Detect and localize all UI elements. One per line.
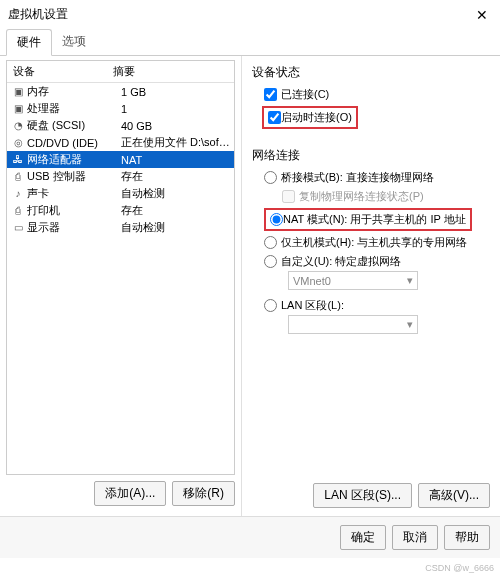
dialog-title: 虚拟机设置 (8, 6, 68, 23)
connect-on-power-label: 启动时连接(O) (281, 110, 352, 125)
ok-button[interactable]: 确定 (340, 525, 386, 550)
remove-button[interactable]: 移除(R) (172, 481, 235, 506)
connected-label: 已连接(C) (281, 87, 329, 102)
nat-radio[interactable] (270, 213, 283, 226)
bridged-radio[interactable] (264, 171, 277, 184)
watermark: CSDN @w_6666 (425, 563, 494, 573)
table-row[interactable]: ⎙USB 控制器存在 (7, 168, 234, 185)
cd-icon: ◎ (11, 137, 25, 148)
table-row[interactable]: ▭显示器自动检测 (7, 219, 234, 236)
usb-icon: ⎙ (11, 171, 25, 182)
display-icon: ▭ (11, 222, 25, 233)
connect-on-power-checkbox[interactable] (268, 111, 281, 124)
replicate-label: 复制物理网络连接状态(P) (299, 189, 424, 204)
help-button[interactable]: 帮助 (444, 525, 490, 550)
lan-segment-label: LAN 区段(L): (281, 298, 344, 313)
vmnet-select[interactable]: VMnet0▾ (288, 271, 418, 290)
device-table: 设备 摘要 ▣内存1 GB ▣处理器1 ◔硬盘 (SCSI)40 GB ◎CD/… (6, 60, 235, 475)
table-row[interactable]: 🖧网络适配器NAT (7, 151, 234, 168)
table-row[interactable]: ⎙打印机存在 (7, 202, 234, 219)
add-button[interactable]: 添加(A)... (94, 481, 166, 506)
highlight-nat: NAT 模式(N): 用于共享主机的 IP 地址 (264, 208, 472, 231)
sound-icon: ♪ (11, 188, 25, 199)
tab-strip: 硬件 选项 (0, 29, 500, 56)
lan-segments-button[interactable]: LAN 区段(S)... (313, 483, 412, 508)
cancel-button[interactable]: 取消 (392, 525, 438, 550)
highlight-connect-on-power: 启动时连接(O) (262, 106, 358, 129)
hostonly-label: 仅主机模式(H): 与主机共享的专用网络 (281, 235, 467, 250)
lan-segment-radio[interactable] (264, 299, 277, 312)
chevron-down-icon: ▾ (407, 274, 413, 287)
tab-options[interactable]: 选项 (52, 29, 96, 55)
replicate-checkbox (282, 190, 295, 203)
lan-select[interactable]: ▾ (288, 315, 418, 334)
hostonly-radio[interactable] (264, 236, 277, 249)
tab-hardware[interactable]: 硬件 (6, 29, 52, 56)
table-row[interactable]: ▣内存1 GB (7, 83, 234, 100)
chevron-down-icon: ▾ (407, 318, 413, 331)
table-row[interactable]: ◎CD/DVD (IDE)正在使用文件 D:\software\VM... (7, 134, 234, 151)
table-row[interactable]: ◔硬盘 (SCSI)40 GB (7, 117, 234, 134)
table-row[interactable]: ♪声卡自动检测 (7, 185, 234, 202)
cpu-icon: ▣ (11, 103, 25, 114)
advanced-button[interactable]: 高级(V)... (418, 483, 490, 508)
disk-icon: ◔ (11, 120, 25, 131)
connected-checkbox[interactable] (264, 88, 277, 101)
network-icon: 🖧 (11, 154, 25, 165)
printer-icon: ⎙ (11, 205, 25, 216)
table-row[interactable]: ▣处理器1 (7, 100, 234, 117)
network-connection-title: 网络连接 (252, 147, 490, 164)
nat-label: NAT 模式(N): 用于共享主机的 IP 地址 (283, 212, 466, 227)
custom-radio[interactable] (264, 255, 277, 268)
close-icon[interactable]: ✕ (472, 7, 492, 23)
custom-label: 自定义(U): 特定虚拟网络 (281, 254, 401, 269)
bridged-label: 桥接模式(B): 直接连接物理网络 (281, 170, 434, 185)
col-summary[interactable]: 摘要 (107, 61, 234, 82)
device-status-title: 设备状态 (252, 64, 490, 81)
memory-icon: ▣ (11, 86, 25, 97)
col-device[interactable]: 设备 (7, 61, 107, 82)
